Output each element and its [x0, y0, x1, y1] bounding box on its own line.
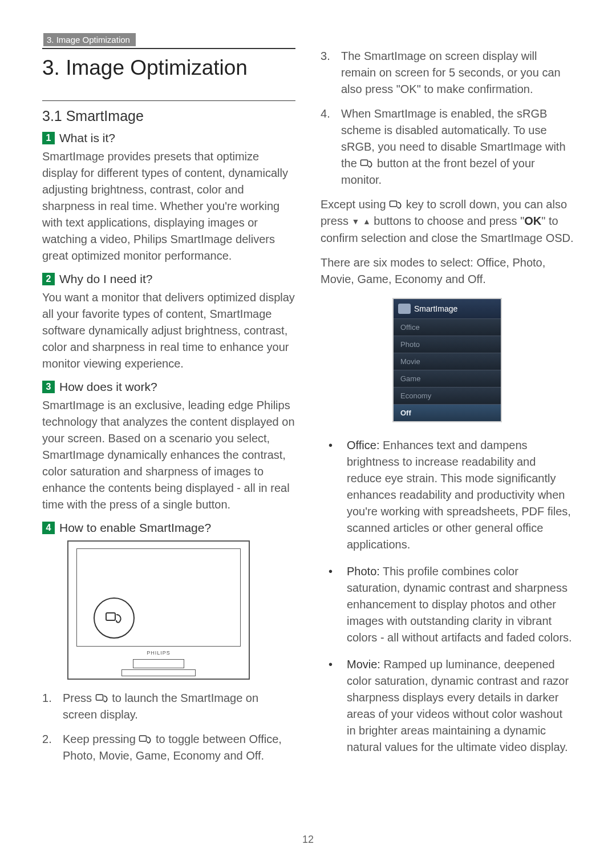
osd-title: SmartImage: [414, 304, 457, 313]
mode-item: Photo: This profile combines color satur…: [321, 563, 574, 646]
body-paragraph: You want a monitor that delivers optimiz…: [42, 289, 295, 372]
right-column: The SmartImage on screen display will re…: [321, 48, 574, 772]
mode-description: This profile combines color saturation, …: [347, 565, 572, 644]
monitor-base: [121, 669, 196, 676]
body-paragraph: Except using key to scroll down, you can…: [321, 196, 574, 247]
question-text: What is it?: [59, 131, 115, 145]
smartimage-menu-icon: [398, 304, 411, 314]
body-paragraph: There are six modes to select: Office, P…: [321, 255, 574, 288]
subsection-title: 3.1 SmartImage: [42, 108, 295, 124]
osd-header: SmartImage: [394, 299, 501, 318]
breadcrumb: 3. Image Optimization: [43, 33, 136, 46]
mode-name: Movie:: [347, 658, 380, 671]
modes-list: Office: Enhances text and dampens bright…: [321, 437, 574, 756]
body-paragraph: SmartImage provides presets that optimiz…: [42, 148, 295, 264]
steps-list-left: Press to launch the SmartImage on screen…: [42, 690, 295, 764]
number-badge: 3: [42, 381, 55, 393]
number-badge: 4: [42, 522, 55, 534]
step-text: The SmartImage on screen display will re…: [341, 50, 561, 95]
steps-list-right: The SmartImage on screen display will re…: [321, 48, 574, 188]
step-item: Keep pressing to toggle between Office, …: [42, 731, 295, 764]
osd-item: Off: [394, 404, 501, 421]
question-heading-3: 3 How does it work?: [42, 380, 295, 394]
osd-item: Movie: [394, 353, 501, 370]
monitor-brand: PHILIPS: [147, 650, 171, 656]
question-heading-4: 4 How to enable SmartImage?: [42, 521, 295, 535]
osd-item: Photo: [394, 336, 501, 353]
mode-item: Office: Enhances text and dampens bright…: [321, 437, 574, 553]
mode-description: Enhances text and dampens brightness to …: [347, 439, 571, 551]
ok-label: OK: [524, 215, 541, 227]
question-text: How does it work?: [59, 380, 157, 394]
smartimage-icon: [389, 200, 403, 210]
divider: [42, 48, 295, 49]
down-arrow-icon: ▼: [351, 213, 359, 230]
left-column: 3. Image Optimization 3.1 SmartImage 1 W…: [42, 48, 295, 772]
number-badge: 1: [42, 132, 55, 144]
question-heading-1: 1 What is it?: [42, 131, 295, 145]
monitor-button-highlight: [94, 597, 135, 639]
mode-name: Office:: [347, 439, 379, 451]
body-paragraph: SmartImage is an exclusive, leading edge…: [42, 397, 295, 513]
mode-description: Ramped up luminance, deepened color satu…: [347, 658, 569, 753]
osd-menu: SmartImage OfficePhotoMovieGameEconomyOf…: [392, 298, 502, 422]
step-item: The SmartImage on screen display will re…: [321, 48, 574, 98]
step-item: Press to launch the SmartImage on screen…: [42, 690, 295, 723]
step-text: Keep pressing: [63, 733, 139, 745]
osd-item: Office: [394, 318, 501, 336]
mode-name: Photo:: [347, 565, 380, 578]
monitor-illustration: PHILIPS: [67, 540, 250, 680]
question-heading-2: 2 Why do I need it?: [42, 272, 295, 286]
smartimage-icon: [139, 734, 152, 745]
text-fragment: Except using: [321, 198, 389, 211]
divider: [42, 100, 295, 101]
mode-item: Movie: Ramped up luminance, deepened col…: [321, 656, 574, 756]
text-fragment: buttons to choose and press ": [374, 215, 524, 227]
monitor-stand: [133, 659, 184, 668]
section-title: 3. Image Optimization: [42, 56, 295, 80]
question-text: How to enable SmartImage?: [59, 521, 211, 535]
step-item: When SmartImage is enabled, the sRGB sch…: [321, 106, 574, 188]
smartimage-icon: [360, 159, 374, 169]
smartimage-icon: [95, 693, 109, 704]
smartimage-icon: [105, 611, 123, 625]
osd-item: Economy: [394, 387, 501, 404]
page-number: 12: [302, 834, 314, 846]
number-badge: 2: [42, 273, 55, 285]
question-text: Why do I need it?: [59, 272, 152, 286]
up-arrow-icon: ▲: [363, 213, 371, 230]
step-text: Press: [63, 692, 95, 704]
osd-item: Game: [394, 370, 501, 387]
